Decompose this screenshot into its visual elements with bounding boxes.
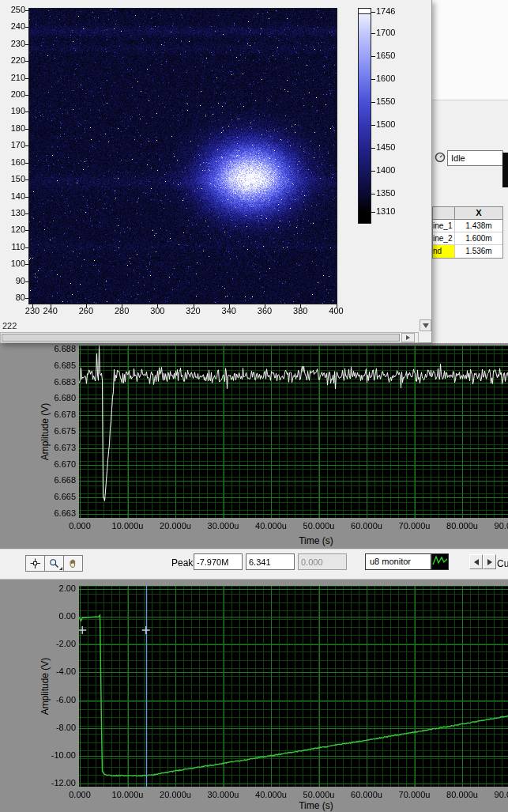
heat-x-tick-mark xyxy=(86,304,87,308)
bottom-x-tick-label: 50.000u xyxy=(299,790,340,800)
bottom-y-tick-label: 0.00 xyxy=(40,611,76,621)
mid-x-tick-label: 40.000u xyxy=(250,521,292,531)
colorbar-gradient[interactable] xyxy=(358,13,371,224)
mid-y-tick-label: 6.663 xyxy=(40,508,76,519)
heat-y-tick-mark xyxy=(25,247,28,248)
pan-icon[interactable] xyxy=(63,555,83,572)
colorbar-tick-label: 1650 xyxy=(376,51,395,61)
scroll-left-icon[interactable] xyxy=(469,554,483,569)
bottom-y-tick-label: -2.00 xyxy=(40,639,76,649)
colorbar-tick-mark xyxy=(371,12,375,13)
heat-x-tick-mark xyxy=(337,304,337,308)
colorbar-tick-label: 1700 xyxy=(376,28,395,38)
waveform-icon[interactable] xyxy=(431,553,449,570)
table-header-name-cell xyxy=(433,207,455,219)
heat-y-tick-mark xyxy=(25,145,28,146)
colorbar-tick-label: 1400 xyxy=(376,165,395,176)
noise-waveform-plot[interactable] xyxy=(79,346,508,518)
colorbar-tick-label: 1350 xyxy=(376,188,395,198)
bottom-x-tick-label: 40.000u xyxy=(250,790,292,800)
table-row[interactable]: ine_11.438m xyxy=(433,220,502,232)
heat-x-tick-mark xyxy=(194,304,194,308)
heat-y-tick-label: 140 xyxy=(4,191,25,202)
status-dial-icon xyxy=(435,152,446,166)
heat-y-tick-mark xyxy=(25,44,28,45)
scroll-right-icon[interactable] xyxy=(483,554,496,569)
heat-y-tick-mark xyxy=(25,111,28,112)
heat-y-tick-label: 170 xyxy=(4,140,25,150)
heat-x-tick-mark xyxy=(32,304,33,308)
bottom-y-tick-label: -12.00 xyxy=(40,778,76,788)
mid-x-tick-label: 30.000u xyxy=(203,521,244,531)
heat-y-tick-label: 250 xyxy=(4,5,25,15)
heat-x-tick-mark xyxy=(51,304,51,308)
heat-y-tick-mark xyxy=(25,264,28,265)
crosshair-icon[interactable] xyxy=(25,555,45,572)
heat-y-tick-label: 160 xyxy=(4,157,25,168)
mid-x-tick-label: 90.000u xyxy=(490,521,508,531)
heat-y-tick-mark xyxy=(25,213,28,214)
pulse-waveform-plot[interactable] xyxy=(79,586,508,787)
plot-legend-name[interactable]: u8 monitor xyxy=(365,553,431,570)
status-indicator[interactable]: Idle xyxy=(447,150,503,166)
cursor-name-cell: nd xyxy=(433,245,455,258)
heat-y-tick-label: 220 xyxy=(4,55,25,66)
heat-y-tick-mark xyxy=(25,230,28,231)
mid-x-tick-label: 60.000u xyxy=(346,521,387,531)
heat-y-tick-label: 100 xyxy=(4,259,25,269)
table-row[interactable]: ine_21.600m xyxy=(433,232,502,245)
clipped-corner-text: 222 xyxy=(2,321,17,330)
cursor-legend-table[interactable]: X ine_11.438mine_21.600mnd1.536m xyxy=(432,206,503,259)
table-header-x: X xyxy=(455,207,502,219)
app-root: Amplitude (V) Amplitude (V) Time (s) Tim… xyxy=(0,0,508,812)
bottom-y-axis-title: Amplitude (V) xyxy=(40,658,51,716)
bottom-x-tick-label: 70.000u xyxy=(394,790,435,800)
colorbar-tick-label: 1310 xyxy=(376,206,395,217)
colorbar-tick-mark xyxy=(371,171,375,172)
heat-y-tick-label: 80 xyxy=(4,293,25,303)
colorbar-tick-mark xyxy=(371,79,375,80)
intensity-plot[interactable] xyxy=(28,8,337,304)
horizontal-scrollbar[interactable] xyxy=(0,332,419,343)
colorbar-tick-label: 1600 xyxy=(376,74,395,84)
heat-y-tick-label: 150 xyxy=(4,174,25,184)
bottom-x-tick-label: 30.000u xyxy=(203,790,244,800)
table-row[interactable]: nd1.536m xyxy=(433,245,502,258)
peak-value-field-3 xyxy=(298,553,347,570)
bottom-y-tick-label: -10.00 xyxy=(40,750,76,761)
heat-y-tick-label: 190 xyxy=(4,106,25,116)
scrollbar-thumb[interactable] xyxy=(2,334,400,342)
zoom-icon[interactable] xyxy=(44,555,64,572)
mid-y-ax is-title: Amplitude (V) xyxy=(40,403,51,461)
bottom-x-tick-label: 60.000u xyxy=(346,790,387,800)
bottom-x-tick-label: 90.000u xyxy=(490,790,508,800)
mid-x-tick-label: 50.000u xyxy=(299,521,340,531)
peak-value-field-2[interactable] xyxy=(246,553,295,570)
heat-x-tick-mark xyxy=(229,304,230,308)
graph-toolbar: Peaks u8 monitor Cus xyxy=(0,549,508,580)
colorbar-tick-mark xyxy=(371,194,375,195)
mid-x-tick-label: 10.000u xyxy=(107,521,149,531)
bottom-x-axis-title: Time (s) xyxy=(299,800,333,811)
heat-x-tick-mark xyxy=(300,304,301,308)
colorbar-tick-mark xyxy=(371,33,375,34)
scroll-down-arrow-icon[interactable] xyxy=(420,319,431,331)
heat-y-tick-mark xyxy=(25,129,28,130)
heat-y-tick-mark xyxy=(25,281,28,282)
graph-palette xyxy=(25,555,82,572)
heat-y-tick-label: 230 xyxy=(4,39,25,49)
heat-y-tick-label: 130 xyxy=(4,208,25,218)
cursor-x-cell: 1.600m xyxy=(455,232,502,244)
bottom-x-tick-label: 80.000u xyxy=(442,790,483,800)
mid-y-tick-label: 6.683 xyxy=(40,377,76,387)
heat-y-tick-mark xyxy=(25,298,28,299)
cursor-x-cell: 1.438m xyxy=(455,220,502,232)
scroll-right-arrow-icon[interactable] xyxy=(401,333,415,342)
bottom-y-tick-label: -8.00 xyxy=(40,723,76,733)
mid-y-tick-label: 6.680 xyxy=(40,393,76,403)
heat-y-tick-mark xyxy=(25,61,28,62)
heat-y-tick-mark xyxy=(25,10,28,11)
heat-y-tick-label: 210 xyxy=(4,73,25,83)
peak-value-field-1[interactable] xyxy=(194,553,243,570)
heat-y-tick-label: 240 xyxy=(4,21,25,32)
